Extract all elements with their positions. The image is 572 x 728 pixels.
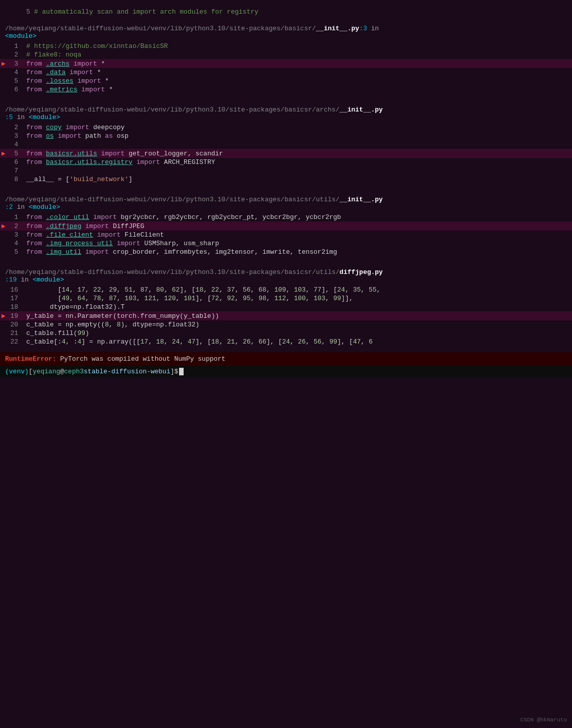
code-block-4: 16 [14, 17, 22, 29, 51, 87, 80, 62], [18…: [0, 284, 572, 350]
active-indicator-2-5: ▶: [0, 149, 7, 157]
error-message: PyTorch was compiled without NumPy suppo…: [60, 355, 225, 363]
link-os[interactable]: os: [46, 132, 54, 140]
prompt-cursor: [179, 368, 184, 375]
code-line-4-20: 20 c_table = np.empty((8, 8), dtype=np.f…: [0, 320, 572, 329]
link-diffjpeg[interactable]: .diffjpeg: [46, 222, 81, 230]
prompt-env: (venv): [5, 368, 29, 375]
code-line-2-5: ▶ 5 from basicsr.utils import get_root_l…: [0, 149, 572, 158]
code-line-2-7: 7: [0, 166, 572, 175]
filepath-2: /home/yeqiang/stable-diffusion-webui/ven…: [0, 102, 572, 121]
code-line-3-5: 5 from .img_util import crop_border, imf…: [0, 248, 572, 256]
prompt-at: @: [60, 368, 64, 375]
link-file-client[interactable]: .file_client: [46, 231, 93, 239]
comment-text: # automatically scan and import arch mod…: [34, 8, 259, 16]
code-line-2-3: 3 from os import path as osp: [0, 132, 572, 140]
link-losses[interactable]: .losses: [46, 77, 74, 85]
code-line-1-2: 2 # flake8: noqa: [0, 50, 572, 59]
code-line-1-5: 5 from .losses import *: [0, 77, 572, 85]
code-line-2-8: 8 __all__ = ['build_network']: [0, 175, 572, 184]
watermark: CSDN @hkNaruto: [521, 717, 567, 723]
link-metrics[interactable]: .metrics: [46, 86, 77, 93]
code-line-3-4: 4 from .img_process_util import USMSharp…: [0, 239, 572, 248]
code-line-4-17: 17 [49, 64, 78, 87, 103, 121, 120, 101],…: [0, 294, 572, 303]
active-indicator-4-19: ▶: [0, 312, 7, 320]
code-line-1-4: 4 from .data import *: [0, 68, 572, 77]
error-line: RuntimeError: PyTorch was compiled witho…: [0, 352, 572, 366]
prompt-user: yeqiang: [33, 368, 61, 375]
prompt-bracket-close: ]: [170, 368, 175, 375]
link-color-util[interactable]: .color_util: [46, 213, 89, 221]
link-img-process-util[interactable]: .img_process_util: [46, 240, 113, 247]
code-block-1: 1 # https://github.com/xinntao/BasicSR 2…: [0, 40, 572, 98]
active-indicator-3-2: ▶: [0, 222, 7, 230]
code-line-1-6: 6 from .metrics import *: [0, 85, 572, 94]
filename-3: __init__.py: [339, 196, 383, 203]
link-basicsr-utils[interactable]: basicsr.utils: [46, 150, 97, 157]
section-2: /home/yeqiang/stable-diffusion-webui/ven…: [0, 100, 572, 190]
filepath-3: /home/yeqiang/stable-diffusion-webui/ven…: [0, 192, 572, 211]
link-archs[interactable]: .archs: [46, 60, 70, 68]
code-line-3-1: 1 from .color_util import bgr2ycbcr, rgb…: [0, 213, 572, 221]
terminal-prompt: (venv) [ yeqiang @ ceph3 stable-diffusio…: [0, 366, 572, 377]
link-basicsr-utils-registry[interactable]: basicsr.utils.registry: [46, 158, 133, 166]
code-block-2: 2 from copy import deepcopy 3 from os im…: [0, 121, 572, 188]
section-3: /home/yeqiang/stable-diffusion-webui/ven…: [0, 190, 572, 262]
code-block-3: 1 from .color_util import bgr2ycbcr, rgb…: [0, 211, 572, 260]
module-ref-3: <module>: [29, 203, 60, 211]
code-line-2-4: 4: [0, 140, 572, 149]
module-ref-4: <module>: [33, 276, 64, 284]
code-line-4-22: 22 c_table[:4, :4] = np.array([[17, 18, …: [0, 338, 572, 346]
code-line-2-2: 2 from copy import deepcopy: [0, 123, 572, 132]
section-4: /home/yeqiang/stable-diffusion-webui/ven…: [0, 262, 572, 352]
filename-4: diffjpeg.py: [339, 268, 383, 276]
filename-1: __init__.py: [316, 25, 359, 32]
module-ref-2: <module>: [29, 114, 60, 121]
filepath-1: /home/yeqiang/stable-diffusion-webui/ven…: [0, 21, 572, 40]
code-line-4-16: 16 [14, 17, 22, 29, 51, 87, 80, 62], [18…: [0, 286, 572, 294]
filepath-4: /home/yeqiang/stable-diffusion-webui/ven…: [0, 264, 572, 284]
code-line-1-3: ▶ 3 from .archs import *: [0, 59, 572, 68]
code-line-3-3: 3 from .file_client import FileClient: [0, 231, 572, 239]
prompt-bracket-open: [: [29, 368, 33, 375]
error-keyword: RuntimeError:: [5, 355, 56, 363]
top-comment-line: 5 # automatically scan and import arch m…: [0, 5, 572, 19]
active-indicator-1-3: ▶: [0, 60, 7, 68]
link-copy[interactable]: copy: [46, 124, 62, 131]
prompt-path: stable-diffusion-webui: [84, 368, 170, 375]
code-line-4-19: ▶ 19 y_table = nn.Parameter(torch.from_n…: [0, 311, 572, 320]
code-line-4-21: 21 c_table.fill(99): [0, 329, 572, 338]
link-data[interactable]: .data: [46, 69, 66, 76]
code-line-3-2: ▶ 2 from .diffjpeg import DiffJPEG: [0, 221, 572, 231]
prompt-dollar: $: [175, 368, 179, 375]
module-ref-1: <module>: [5, 32, 36, 40]
terminal-window: 5 # automatically scan and import arch m…: [0, 0, 572, 728]
filename-2: __init__.py: [339, 106, 383, 114]
code-line-1-1: 1 # https://github.com/xinntao/BasicSR: [0, 42, 572, 50]
link-img-util[interactable]: .img_util: [46, 248, 81, 256]
code-line-4-18: 18 dtype=np.float32).T: [0, 303, 572, 311]
code-line-2-6: 6 from basicsr.utils.registry import ARC…: [0, 158, 572, 166]
prompt-host: ceph3: [64, 368, 84, 375]
section-1: /home/yeqiang/stable-diffusion-webui/ven…: [0, 19, 572, 100]
